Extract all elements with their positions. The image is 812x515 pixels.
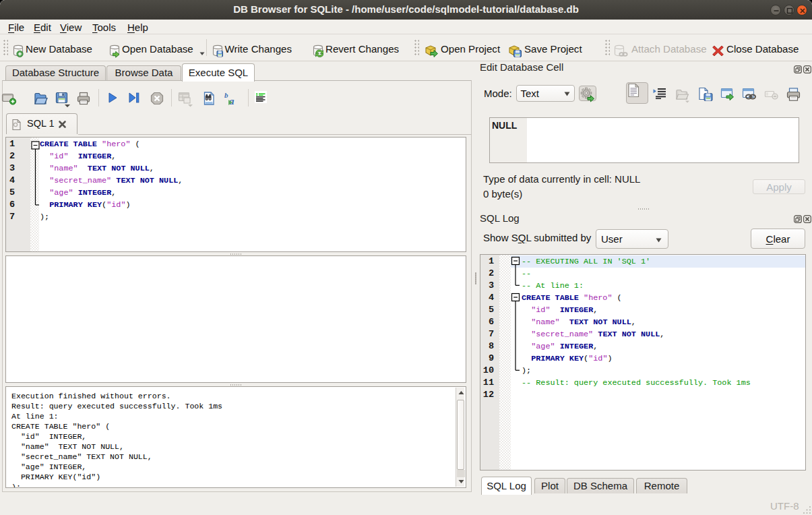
svg-text:b: b: [224, 91, 228, 99]
